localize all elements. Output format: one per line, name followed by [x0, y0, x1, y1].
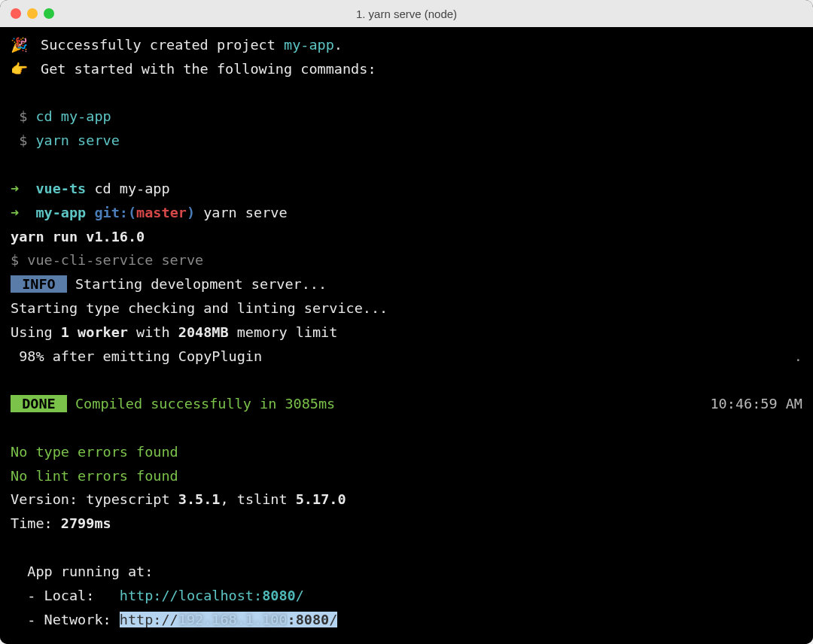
close-button[interactable] [11, 8, 21, 19]
workers-suffix: memory limit [229, 324, 338, 340]
terminal-window: 1. yarn serve (node) 🎉Successfully creat… [0, 0, 813, 644]
time-value: 2799ms [61, 515, 111, 531]
app-running: App running at: [11, 560, 802, 584]
window-title: 1. yarn serve (node) [356, 8, 457, 20]
done-text: Compiled successfully in 3085ms [67, 396, 335, 412]
version-prefix: Version: typescript [11, 491, 178, 507]
prompt-cmd: cd my-app [86, 181, 169, 196]
time-prefix: Time: [11, 515, 61, 531]
ts-version: 3.5.1 [178, 491, 221, 507]
prompt-arrow: ➜ [11, 181, 35, 196]
local-port: 8080 [262, 588, 296, 603]
cmd2-prefix: $ [11, 132, 35, 148]
yarn-run: yarn run v1.16.0 [11, 225, 802, 249]
point-icon: 👉 [11, 57, 41, 81]
network-url-prefix: http:// [120, 612, 178, 627]
tada-icon: 🎉 [11, 33, 41, 57]
minimize-button[interactable] [27, 8, 38, 19]
type-check-msg: Starting type checking and linting servi… [11, 296, 802, 320]
project-name: my-app [284, 37, 334, 53]
network-label: - Network: [11, 612, 120, 627]
git-branch: master [136, 205, 187, 220]
cmd1: cd my-app [35, 108, 111, 124]
prompt-folder: vue-ts [35, 181, 86, 196]
cmd2: yarn serve [35, 132, 119, 148]
terminal-content[interactable]: 🎉Successfully created project my-app.👉Ge… [0, 27, 813, 644]
network-hidden-ip: 192.168.1.100 [178, 612, 288, 627]
get-started-msg: Get started with the following commands: [41, 61, 376, 77]
local-label: - Local: [11, 588, 120, 603]
tslint-version: 5.17.0 [296, 491, 346, 507]
memory-limit: 2048MB [178, 324, 229, 340]
prompt-cmd: yarn serve [195, 205, 288, 220]
workers-count: 1 worker [61, 324, 128, 340]
cmd1-prefix: $ [11, 108, 35, 124]
yarn-cli: $ vue-cli-service serve [11, 248, 802, 272]
network-port: :8080 [288, 612, 330, 627]
titlebar: 1. yarn serve (node) [0, 0, 813, 27]
done-badge: DONE [11, 395, 67, 412]
traffic-lights [11, 8, 54, 19]
progress-text: 98% after emitting CopyPlugin [11, 348, 262, 364]
prompt-arrow: ➜ [11, 205, 35, 220]
progress-dot: . [794, 345, 802, 369]
no-lint-errors: No lint errors found [11, 464, 802, 488]
local-url-suffix: / [296, 588, 304, 603]
git-label: git:( [86, 205, 136, 220]
local-url-prefix: http://localhost: [120, 588, 262, 603]
done-time: 10:46:59 AM [710, 392, 802, 416]
git-close: ) [187, 205, 195, 220]
no-type-errors: No type errors found [11, 440, 802, 464]
prompt-folder: my-app [35, 205, 86, 220]
created-msg-suffix: . [334, 37, 343, 53]
maximize-button[interactable] [44, 8, 54, 19]
workers-mid: with [128, 324, 178, 340]
info-badge: INFO [11, 275, 67, 293]
version-mid: , tslint [220, 491, 295, 507]
network-suffix: / [329, 612, 337, 627]
created-msg-prefix: Successfully created project [41, 37, 284, 53]
info-text: Starting development server... [67, 276, 327, 292]
workers-prefix: Using [11, 324, 61, 340]
